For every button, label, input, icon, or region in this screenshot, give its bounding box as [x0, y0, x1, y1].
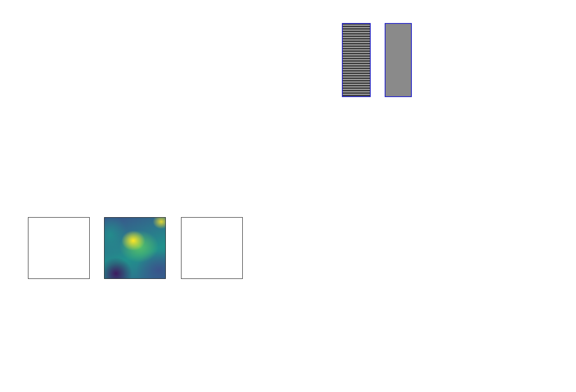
withsky-image — [342, 23, 371, 97]
lineflux-map-panel — [104, 217, 166, 279]
fiber-positions-panel — [28, 217, 90, 279]
line-fit-plot — [423, 21, 540, 100]
spec2d-panel — [181, 12, 328, 107]
elixer-report-page — [0, 0, 576, 392]
cleanimage-image — [385, 23, 412, 97]
full-spectrum-plot — [43, 144, 534, 181]
hsc-image-panel — [181, 217, 243, 279]
spectrum-line-labels — [43, 109, 534, 144]
